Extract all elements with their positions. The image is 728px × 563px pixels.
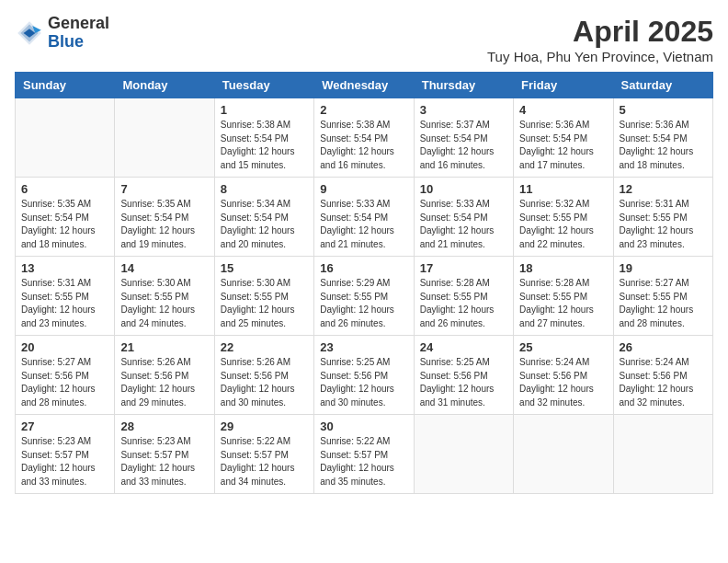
day-number: 24	[420, 340, 507, 354]
day-info: Sunrise: 5:28 AM Sunset: 5:55 PM Dayligh…	[420, 277, 507, 330]
logo: General Blue	[15, 15, 109, 52]
calendar-cell	[414, 415, 513, 494]
day-info: Sunrise: 5:22 AM Sunset: 5:57 PM Dayligh…	[221, 435, 308, 488]
day-number: 18	[519, 261, 607, 275]
day-info: Sunrise: 5:33 AM Sunset: 5:54 PM Dayligh…	[420, 198, 507, 251]
calendar-cell: 9Sunrise: 5:33 AM Sunset: 5:54 PM Daylig…	[314, 178, 414, 257]
calendar-cell	[115, 98, 214, 178]
day-info: Sunrise: 5:35 AM Sunset: 5:54 PM Dayligh…	[21, 198, 108, 251]
calendar-cell: 7Sunrise: 5:35 AM Sunset: 5:54 PM Daylig…	[115, 178, 214, 257]
calendar-header-row: SundayMondayTuesdayWednesdayThursdayFrid…	[16, 73, 713, 98]
calendar-week-2: 6Sunrise: 5:35 AM Sunset: 5:54 PM Daylig…	[16, 178, 713, 257]
day-number: 26	[620, 340, 707, 354]
day-info: Sunrise: 5:38 AM Sunset: 5:54 PM Dayligh…	[320, 119, 407, 172]
day-info: Sunrise: 5:36 AM Sunset: 5:54 PM Dayligh…	[519, 119, 607, 172]
calendar-cell: 10Sunrise: 5:33 AM Sunset: 5:54 PM Dayli…	[414, 178, 513, 257]
day-info: Sunrise: 5:25 AM Sunset: 5:56 PM Dayligh…	[420, 356, 507, 409]
title-block: April 2025 Tuy Hoa, Phu Yen Province, Vi…	[487, 15, 713, 64]
calendar-cell: 5Sunrise: 5:36 AM Sunset: 5:54 PM Daylig…	[613, 98, 712, 178]
day-number: 14	[120, 261, 208, 275]
day-number: 9	[320, 182, 407, 196]
day-number: 2	[320, 103, 407, 117]
calendar-week-3: 13Sunrise: 5:31 AM Sunset: 5:55 PM Dayli…	[16, 257, 713, 336]
day-header-sunday: Sunday	[16, 73, 115, 98]
calendar-cell	[514, 415, 613, 494]
day-number: 27	[21, 419, 108, 433]
day-number: 10	[420, 182, 507, 196]
day-number: 6	[21, 182, 108, 196]
calendar-week-1: 1Sunrise: 5:38 AM Sunset: 5:54 PM Daylig…	[16, 98, 713, 178]
day-header-saturday: Saturday	[613, 73, 712, 98]
day-info: Sunrise: 5:27 AM Sunset: 5:56 PM Dayligh…	[21, 356, 108, 409]
day-info: Sunrise: 5:26 AM Sunset: 5:56 PM Dayligh…	[221, 356, 308, 409]
day-number: 11	[519, 182, 607, 196]
day-info: Sunrise: 5:30 AM Sunset: 5:55 PM Dayligh…	[120, 277, 208, 330]
calendar-cell: 3Sunrise: 5:37 AM Sunset: 5:54 PM Daylig…	[414, 98, 513, 178]
day-info: Sunrise: 5:23 AM Sunset: 5:57 PM Dayligh…	[21, 435, 108, 488]
day-number: 12	[620, 182, 707, 196]
day-number: 15	[221, 261, 308, 275]
day-number: 30	[320, 419, 407, 433]
day-number: 16	[320, 261, 407, 275]
day-number: 7	[120, 182, 208, 196]
day-info: Sunrise: 5:33 AM Sunset: 5:54 PM Dayligh…	[320, 198, 407, 251]
day-number: 17	[420, 261, 507, 275]
day-info: Sunrise: 5:32 AM Sunset: 5:55 PM Dayligh…	[519, 198, 607, 251]
calendar-cell: 4Sunrise: 5:36 AM Sunset: 5:54 PM Daylig…	[514, 98, 613, 178]
calendar-cell: 20Sunrise: 5:27 AM Sunset: 5:56 PM Dayli…	[16, 336, 115, 415]
day-info: Sunrise: 5:24 AM Sunset: 5:56 PM Dayligh…	[620, 356, 707, 409]
calendar-cell: 2Sunrise: 5:38 AM Sunset: 5:54 PM Daylig…	[314, 98, 414, 178]
day-header-monday: Monday	[115, 73, 214, 98]
day-info: Sunrise: 5:31 AM Sunset: 5:55 PM Dayligh…	[21, 277, 108, 330]
day-number: 3	[420, 103, 507, 117]
day-info: Sunrise: 5:38 AM Sunset: 5:54 PM Dayligh…	[221, 119, 308, 172]
day-header-wednesday: Wednesday	[314, 73, 414, 98]
calendar-cell: 26Sunrise: 5:24 AM Sunset: 5:56 PM Dayli…	[613, 336, 712, 415]
calendar-cell: 21Sunrise: 5:26 AM Sunset: 5:56 PM Dayli…	[115, 336, 214, 415]
calendar-cell	[613, 415, 712, 494]
day-number: 28	[120, 419, 208, 433]
day-number: 1	[221, 103, 308, 117]
calendar-cell: 24Sunrise: 5:25 AM Sunset: 5:56 PM Dayli…	[414, 336, 513, 415]
calendar-cell: 30Sunrise: 5:22 AM Sunset: 5:57 PM Dayli…	[314, 415, 414, 494]
day-number: 25	[519, 340, 607, 354]
day-info: Sunrise: 5:26 AM Sunset: 5:56 PM Dayligh…	[120, 356, 208, 409]
day-info: Sunrise: 5:24 AM Sunset: 5:56 PM Dayligh…	[519, 356, 607, 409]
calendar-week-4: 20Sunrise: 5:27 AM Sunset: 5:56 PM Dayli…	[16, 336, 713, 415]
day-number: 21	[120, 340, 208, 354]
day-number: 4	[519, 103, 607, 117]
calendar-cell: 13Sunrise: 5:31 AM Sunset: 5:55 PM Dayli…	[16, 257, 115, 336]
calendar-cell: 19Sunrise: 5:27 AM Sunset: 5:55 PM Dayli…	[613, 257, 712, 336]
day-info: Sunrise: 5:23 AM Sunset: 5:57 PM Dayligh…	[120, 435, 208, 488]
calendar-cell: 18Sunrise: 5:28 AM Sunset: 5:55 PM Dayli…	[514, 257, 613, 336]
day-number: 5	[620, 103, 707, 117]
calendar-cell: 8Sunrise: 5:34 AM Sunset: 5:54 PM Daylig…	[214, 178, 313, 257]
calendar-cell: 16Sunrise: 5:29 AM Sunset: 5:55 PM Dayli…	[314, 257, 414, 336]
month-year: April 2025	[487, 15, 713, 49]
calendar-cell: 28Sunrise: 5:23 AM Sunset: 5:57 PM Dayli…	[115, 415, 214, 494]
calendar-cell: 6Sunrise: 5:35 AM Sunset: 5:54 PM Daylig…	[16, 178, 115, 257]
logo-icon	[15, 18, 44, 48]
calendar-cell: 23Sunrise: 5:25 AM Sunset: 5:56 PM Dayli…	[314, 336, 414, 415]
calendar-cell: 17Sunrise: 5:28 AM Sunset: 5:55 PM Dayli…	[414, 257, 513, 336]
calendar-cell: 11Sunrise: 5:32 AM Sunset: 5:55 PM Dayli…	[514, 178, 613, 257]
location: Tuy Hoa, Phu Yen Province, Vietnam	[487, 49, 713, 64]
calendar-cell: 27Sunrise: 5:23 AM Sunset: 5:57 PM Dayli…	[16, 415, 115, 494]
day-info: Sunrise: 5:31 AM Sunset: 5:55 PM Dayligh…	[620, 198, 707, 251]
calendar-table: SundayMondayTuesdayWednesdayThursdayFrid…	[15, 72, 713, 494]
day-info: Sunrise: 5:27 AM Sunset: 5:55 PM Dayligh…	[620, 277, 707, 330]
day-header-thursday: Thursday	[414, 73, 513, 98]
day-number: 8	[221, 182, 308, 196]
page-header: General Blue April 2025 Tuy Hoa, Phu Yen…	[15, 15, 713, 64]
calendar-cell: 12Sunrise: 5:31 AM Sunset: 5:55 PM Dayli…	[613, 178, 712, 257]
calendar-cell: 15Sunrise: 5:30 AM Sunset: 5:55 PM Dayli…	[214, 257, 313, 336]
day-number: 20	[21, 340, 108, 354]
calendar-cell: 14Sunrise: 5:30 AM Sunset: 5:55 PM Dayli…	[115, 257, 214, 336]
day-number: 13	[21, 261, 108, 275]
day-number: 23	[320, 340, 407, 354]
day-info: Sunrise: 5:36 AM Sunset: 5:54 PM Dayligh…	[620, 119, 707, 172]
day-number: 19	[620, 261, 707, 275]
logo-text: General Blue	[48, 15, 109, 52]
day-info: Sunrise: 5:34 AM Sunset: 5:54 PM Dayligh…	[221, 198, 308, 251]
day-info: Sunrise: 5:28 AM Sunset: 5:55 PM Dayligh…	[519, 277, 607, 330]
